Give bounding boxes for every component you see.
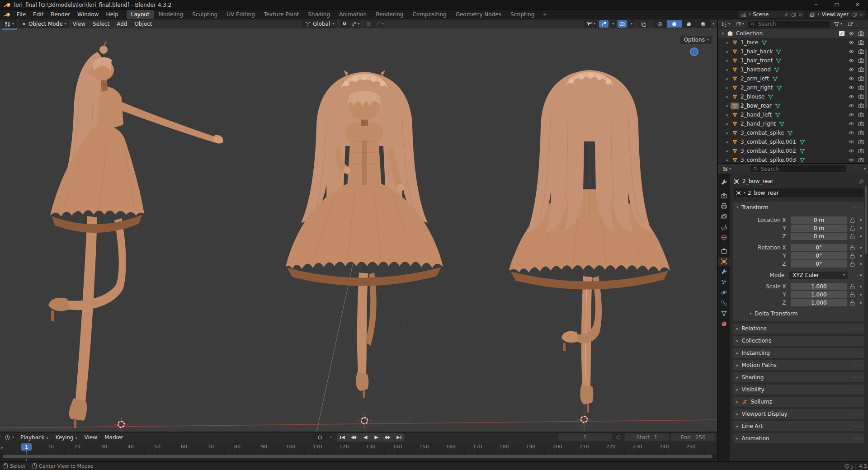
transform-value-field[interactable]: 1.000 (791, 283, 848, 290)
menu-edit[interactable]: Edit (29, 10, 47, 19)
current-frame-indicator[interactable]: 1 (21, 443, 32, 451)
workspace-tab-rendering[interactable]: Rendering (371, 10, 408, 19)
object-name-field[interactable]: ▾ 2_bow_rear (734, 188, 863, 197)
new-collection-button[interactable] (846, 20, 855, 28)
outliner-item[interactable]: ▸ 2_hand_left (718, 110, 868, 119)
jump-to-start-button[interactable] (337, 433, 349, 442)
expand-icon[interactable]: ▸ (724, 40, 731, 45)
outliner-item[interactable]: ▸ 1_hair_back (718, 47, 868, 56)
outliner-item[interactable]: ▸ 2_bow_rear (718, 101, 868, 110)
outliner-filter-button[interactable]: ▾ (832, 20, 844, 28)
properties-tab-collection[interactable] (718, 246, 730, 256)
properties-scrollbar[interactable] (865, 186, 867, 254)
mode-selector[interactable]: Object Mode ▾ (19, 20, 69, 28)
drag-handle-icon[interactable]: ···· (853, 205, 861, 210)
hide-eye-icon[interactable] (848, 112, 854, 118)
workspace-tab-geometry-nodes[interactable]: Geometry Nodes (451, 10, 506, 19)
expand-icon[interactable]: ▸ (724, 122, 731, 126)
current-frame-field[interactable]: 1 (558, 433, 612, 441)
hide-eye-icon[interactable] (848, 39, 854, 46)
properties-tab-viewlayer[interactable] (718, 212, 730, 221)
animate-decorator[interactable] (857, 263, 864, 265)
add-workspace-tab[interactable]: + (539, 11, 551, 18)
drag-handle-icon[interactable]: ···· (853, 338, 861, 343)
navigation-gizmo[interactable] (690, 47, 698, 56)
play-reverse-button[interactable] (360, 433, 371, 442)
section-line-art[interactable]: ▸ Line Art ···· (733, 421, 864, 431)
disable-render-icon[interactable] (858, 148, 864, 154)
expand-icon[interactable]: ▸ (724, 49, 731, 54)
workspace-tab-sculpting[interactable]: Sculpting (188, 10, 222, 19)
lock-icon[interactable] (847, 284, 857, 289)
drag-handle-icon[interactable]: ···· (853, 387, 861, 392)
animate-decorator[interactable] (858, 274, 864, 276)
collection-checkbox[interactable]: ✓ (839, 31, 844, 36)
lock-icon[interactable] (847, 226, 857, 231)
expand-icon[interactable]: ▸ (724, 149, 731, 153)
transform-orientation[interactable]: Global ▾ (302, 20, 337, 28)
menu-help[interactable]: Help (102, 10, 122, 19)
play-button[interactable] (371, 433, 382, 442)
timeline-editor-type[interactable]: ▾ (2, 434, 17, 441)
outliner-collection-row[interactable]: ▾ Collection ✓ (718, 29, 868, 38)
viewport-menu-object[interactable]: Object (131, 21, 156, 27)
prev-keyframe-button[interactable] (349, 433, 360, 442)
viewlayer-selector[interactable]: ▾ ViewLayer ✕ (807, 11, 865, 18)
animate-decorator[interactable] (857, 235, 864, 237)
properties-tab-data[interactable] (718, 309, 730, 318)
outliner-item[interactable]: ▸ 3_combat_spike.002 (718, 146, 868, 155)
properties-tab-output[interactable] (718, 202, 730, 211)
outliner-item[interactable]: ▸ 3_combat_spike.003 (718, 155, 868, 163)
workspace-tab-scripting[interactable]: Scripting (506, 10, 539, 19)
collapse-icon[interactable]: ▾ (720, 31, 726, 36)
unlink-scene-icon[interactable]: ✕ (798, 12, 802, 17)
viewport-scene[interactable] (0, 28, 717, 432)
outliner-search-input[interactable] (757, 20, 827, 28)
transform-value-field[interactable]: 1.000 (791, 299, 848, 306)
scene-selector[interactable]: ▾ Scene ✕ (738, 11, 804, 18)
expand-icon[interactable]: ▸ (724, 76, 731, 81)
timeline-menu-marker[interactable]: Marker (101, 434, 127, 441)
lock-icon[interactable] (847, 300, 857, 306)
section-visibility[interactable]: ▸ Visibility ···· (733, 385, 864, 395)
outliner-scrollbar[interactable] (865, 49, 867, 108)
disable-render-icon[interactable] (858, 57, 864, 64)
timeline-menu-playback[interactable]: Playback ▾ (17, 434, 52, 441)
expand-icon[interactable]: ▸ (724, 103, 731, 108)
workspace-tab-shading[interactable]: Shading (303, 10, 335, 19)
gizmo-dropdown[interactable]: ▾ (610, 20, 616, 28)
transform-value-field[interactable]: 0 m (791, 225, 848, 232)
outliner-item[interactable]: ▸ 2_hand_right (718, 119, 868, 128)
lock-icon[interactable] (847, 292, 857, 297)
shading-dropdown[interactable]: ▾ (712, 22, 714, 26)
lock-icon[interactable] (847, 217, 857, 223)
drag-handle-icon[interactable]: ···· (853, 351, 861, 356)
proportional-editing-toggle[interactable] (364, 20, 373, 28)
menu-window[interactable]: Window (74, 10, 102, 19)
xray-toggle[interactable] (639, 20, 648, 28)
disable-render-icon[interactable] (858, 103, 864, 109)
proportional-falloff[interactable]: ▾ (373, 20, 385, 28)
properties-tab-physics[interactable] (718, 288, 730, 297)
transform-value-field[interactable]: 0 m (791, 233, 848, 240)
outliner-item[interactable]: ▸ 1_hair_front (718, 56, 868, 65)
show-overlays-toggle[interactable] (618, 20, 627, 28)
hide-eye-icon[interactable] (848, 75, 854, 82)
properties-editor-type[interactable]: ▾ (720, 165, 733, 173)
section-viewport-display[interactable]: ▸ Viewport Display ···· (733, 409, 864, 419)
overlays-dropdown[interactable]: ▾ (629, 20, 634, 28)
use-preview-range-toggle[interactable] (614, 433, 623, 441)
object-visibility-dropdown[interactable]: ▾ (585, 20, 597, 28)
hide-eye-icon[interactable] (848, 66, 854, 73)
model-front-view[interactable] (286, 70, 443, 398)
properties-tab-constraints[interactable] (718, 298, 730, 308)
expand-icon[interactable]: ▸ (724, 58, 731, 63)
snap-toggle[interactable] (340, 20, 349, 28)
properties-tab-scene[interactable] (718, 222, 730, 232)
timeline-menu-keying[interactable]: Keying ▾ (52, 434, 80, 441)
section-collections[interactable]: ▸ Collections ···· (733, 336, 864, 346)
options-button[interactable]: Options ▾ (680, 36, 712, 44)
animate-decorator[interactable] (857, 227, 864, 229)
expand-icon[interactable]: ▸ (724, 158, 731, 162)
minimize-button[interactable]: ─ (806, 0, 826, 9)
